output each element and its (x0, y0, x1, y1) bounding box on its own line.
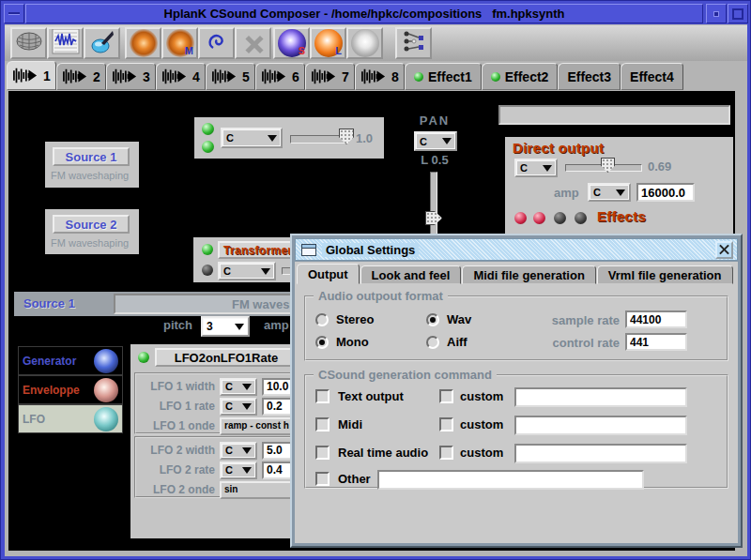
mono-label: Mono (336, 335, 369, 349)
mod-combo[interactable]: C (221, 128, 283, 148)
lfo1-row: LFO 1 rateC (138, 397, 307, 416)
ear-icon (206, 30, 228, 56)
tab-synth-2[interactable]: 2 (56, 63, 106, 90)
window-titlebar[interactable]: HplanK CSound Composer - /home/hpkc/comp… (25, 4, 703, 23)
maximize-icon (732, 8, 743, 20)
generator-button[interactable]: Generator (18, 346, 123, 375)
lfo2-label: LFO 2 onde (138, 483, 215, 496)
green-led (414, 72, 423, 82)
waveform-icon (112, 68, 138, 85)
ear-button[interactable] (198, 27, 235, 59)
tab-effect4[interactable]: Effect4 (621, 63, 683, 90)
control-rate-label: control rate (539, 336, 620, 350)
custom-command-field[interactable] (514, 387, 687, 407)
patch-button[interactable] (395, 27, 432, 59)
dialog-tab-vrml-file-generation[interactable]: Vrml file generation (597, 265, 733, 284)
red-led[interactable] (514, 212, 527, 224)
custom-checkbox[interactable] (439, 446, 453, 460)
tab-synth-6[interactable]: 6 (255, 63, 305, 90)
other-checkbox[interactable] (315, 472, 330, 486)
custom-checkbox[interactable] (439, 417, 453, 431)
chevron-down-icon (242, 403, 252, 410)
aiff-radio[interactable] (426, 336, 439, 349)
lfo2-combo[interactable]: C (220, 442, 257, 460)
dialog-tab-output[interactable]: Output (297, 264, 360, 284)
other-label: Other (338, 472, 371, 486)
lfo1-combo[interactable]: C (220, 378, 257, 396)
tab-synth-8[interactable]: 8 (355, 63, 405, 90)
wav-label: Wav (447, 312, 471, 326)
close-button[interactable] (715, 241, 733, 259)
lfo1-combo[interactable]: C (220, 398, 257, 416)
source2-panel: Source 2 FM waveshaping (45, 209, 139, 254)
midi-checkbox[interactable] (315, 417, 330, 431)
dark-led[interactable] (554, 212, 566, 224)
ink-pen-button[interactable] (84, 27, 120, 59)
tab-synth-3[interactable]: 3 (106, 63, 156, 90)
amp-combo[interactable]: C (588, 183, 631, 202)
dark-led[interactable] (575, 212, 587, 224)
transformers-combo[interactable]: C (218, 262, 276, 280)
custom-checkbox[interactable] (439, 389, 453, 403)
dialog-tab-look-and-feel[interactable]: Look and feel (360, 265, 462, 284)
tab-synth-5[interactable]: 5 (206, 63, 255, 90)
lfo2-row: LFO 2 widthC (138, 441, 307, 460)
spiral-button[interactable] (346, 27, 383, 59)
direct-output-combo[interactable]: C (514, 159, 558, 177)
tab-synth-1[interactable]: 1 (7, 61, 56, 90)
lfo-button[interactable]: LFO (18, 404, 123, 433)
swirl-m-button[interactable]: M (161, 27, 198, 59)
amp-field[interactable] (636, 183, 695, 202)
sample-rate-field[interactable] (625, 310, 687, 328)
source2-button[interactable]: Source 2 (53, 215, 130, 234)
custom-command-field[interactable] (514, 444, 687, 463)
red-led[interactable] (533, 212, 545, 224)
chevron-down-icon (242, 447, 252, 454)
tab-effect2[interactable]: Effect2 (482, 63, 559, 90)
output-name-field[interactable] (498, 105, 730, 125)
waveform-icon (311, 68, 337, 85)
sphere-l-button[interactable]: L (310, 27, 346, 59)
other-field[interactable] (377, 470, 644, 490)
window-menu-button[interactable] (4, 4, 24, 23)
tab-bar: 12345678Effect1Effect2Effect3Effect4 (5, 61, 747, 90)
maximize-button[interactable] (728, 4, 748, 23)
tab-synth-7[interactable]: 7 (305, 63, 355, 90)
pan-slider-thumb[interactable] (425, 211, 442, 225)
chevron-down-icon (235, 324, 244, 330)
lfo2-row: LFO 2 rateC (138, 461, 307, 479)
mod-slider-value: 1.0 (356, 131, 373, 145)
chevron-down-icon (242, 467, 252, 474)
mono-radio[interactable] (315, 336, 329, 349)
mesh-disk-button[interactable] (10, 27, 47, 59)
source1-button[interactable]: Source 1 (53, 147, 130, 166)
swirl-button[interactable] (125, 27, 161, 59)
lfo1-row: LFO 1 widthC (138, 377, 307, 396)
tab-effect3[interactable]: Effect3 (558, 63, 621, 90)
lfo2-combo[interactable]: C (220, 462, 257, 479)
global-settings-dialog: Global Settings OutputLook and feelMidi … (290, 234, 743, 548)
chevron-down-icon (616, 189, 625, 196)
tab-effect1[interactable]: Effect1 (405, 63, 482, 90)
wav-radio[interactable] (426, 313, 439, 326)
dialog-titlebar[interactable]: Global Settings (295, 238, 738, 261)
minimize-button[interactable] (706, 4, 727, 23)
score-button[interactable] (47, 27, 84, 59)
csound-row-label: Real time audio (338, 446, 428, 460)
real-time-audio-checkbox[interactable] (315, 446, 330, 460)
pan-combo[interactable]: C (414, 131, 457, 151)
tab-synth-4[interactable]: 4 (156, 63, 206, 90)
lfo-module-button[interactable]: LFO2onLFO1Rate (155, 348, 298, 367)
stereo-radio[interactable] (315, 313, 329, 326)
disabled-x-button[interactable] (235, 27, 271, 59)
control-rate-field[interactable] (625, 333, 687, 351)
dialog-tab-midi-file-generation[interactable]: Midi file generation (462, 265, 595, 284)
toolbar-group: SL (273, 27, 383, 59)
enveloppe-button[interactable]: Enveloppe (18, 375, 123, 404)
text-output-checkbox[interactable] (315, 389, 330, 403)
sphere-s-button[interactable]: S (273, 27, 310, 59)
aiff-label: Aiff (447, 335, 467, 349)
custom-command-field[interactable] (514, 416, 687, 435)
app-window: HplanK CSound Composer - /home/hpkc/comp… (0, 0, 751, 560)
pitch-combo[interactable]: 3 (201, 316, 250, 337)
